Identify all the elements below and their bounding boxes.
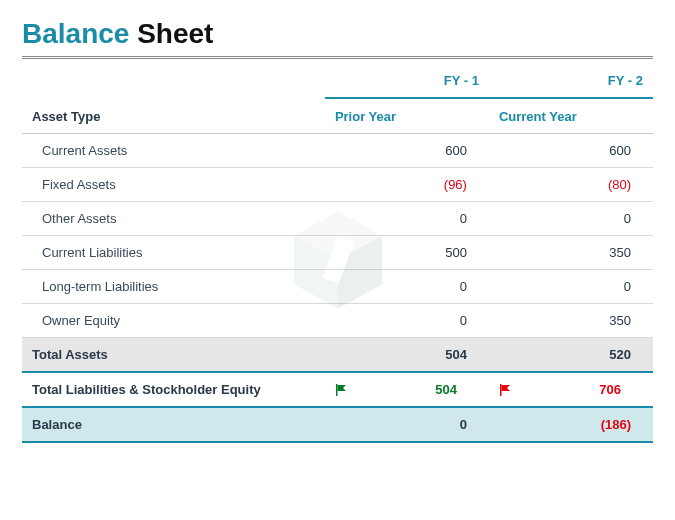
row-v1: 0 — [325, 304, 489, 338]
current-year-header: Current Year — [489, 98, 653, 134]
row-v1: 500 — [325, 236, 489, 270]
total-liabilities-label: Total Liabilities & Stockholder Equity — [22, 372, 325, 407]
total-assets-label: Total Assets — [22, 338, 325, 373]
row-v2: 350 — [489, 304, 653, 338]
title-main: Sheet — [137, 18, 213, 49]
row-v2: 0 — [489, 270, 653, 304]
row-label: Fixed Assets — [22, 168, 325, 202]
row-label: Current Liabilities — [22, 236, 325, 270]
total-assets-v2: 520 — [489, 338, 653, 373]
row-v1: 0 — [325, 202, 489, 236]
row-v1: 0 — [325, 270, 489, 304]
total-liabilities-v2: 706 — [599, 382, 621, 397]
prior-year-header: Prior Year — [325, 98, 489, 134]
header-row: Asset Type Prior Year Current Year — [22, 98, 653, 134]
row-label: Current Assets — [22, 134, 325, 168]
balance-sheet-table: FY - 1 FY - 2 Asset Type Prior Year Curr… — [22, 59, 653, 443]
total-liabilities-v2-cell: 706 — [489, 372, 653, 407]
row-v1: 600 — [325, 134, 489, 168]
row-v2: 350 — [489, 236, 653, 270]
fy2-label: FY - 2 — [489, 59, 653, 98]
fiscal-year-row: FY - 1 FY - 2 — [22, 59, 653, 98]
page-title: Balance Sheet — [22, 18, 653, 50]
flag-ok-icon — [335, 383, 349, 397]
flag-bad-icon — [499, 383, 513, 397]
balance-label: Balance — [22, 407, 325, 442]
total-assets-row: Total Assets 504 520 — [22, 338, 653, 373]
total-liabilities-row: Total Liabilities & Stockholder Equity 5… — [22, 372, 653, 407]
total-liabilities-v1: 504 — [435, 382, 457, 397]
row-v2: 600 — [489, 134, 653, 168]
row-label: Long-term Liabilities — [22, 270, 325, 304]
table-row: Other Assets00 — [22, 202, 653, 236]
table-row: Long-term Liabilities00 — [22, 270, 653, 304]
row-v2: (80) — [489, 168, 653, 202]
row-label: Owner Equity — [22, 304, 325, 338]
balance-v2: (186) — [489, 407, 653, 442]
row-v1: (96) — [325, 168, 489, 202]
svg-rect-5 — [500, 384, 502, 396]
row-v2: 0 — [489, 202, 653, 236]
table-row: Fixed Assets(96)(80) — [22, 168, 653, 202]
total-liabilities-v1-cell: 504 — [325, 372, 489, 407]
total-assets-v1: 504 — [325, 338, 489, 373]
title-accent: Balance — [22, 18, 129, 49]
asset-type-header: Asset Type — [22, 98, 325, 134]
fy1-label: FY - 1 — [325, 59, 489, 98]
table-row: Current Liabilities500350 — [22, 236, 653, 270]
table-row: Current Assets600600 — [22, 134, 653, 168]
svg-rect-4 — [336, 384, 338, 396]
balance-row: Balance 0 (186) — [22, 407, 653, 442]
row-label: Other Assets — [22, 202, 325, 236]
balance-v1: 0 — [325, 407, 489, 442]
table-row: Owner Equity0350 — [22, 304, 653, 338]
